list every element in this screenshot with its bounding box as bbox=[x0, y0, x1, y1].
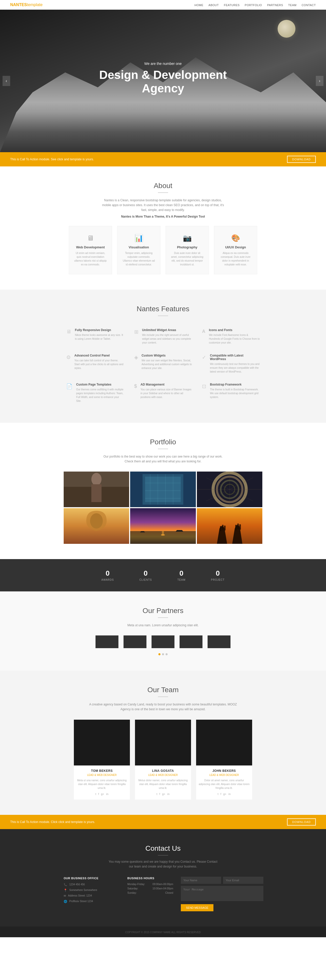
gplus-icon[interactable]: g+ bbox=[101, 792, 104, 795]
responsive-icon: 🖥 bbox=[66, 329, 71, 335]
team-divider bbox=[158, 697, 168, 697]
team-card-tom: TOM BEKERS LEAD & WEB DESIGNER Meta ut u… bbox=[74, 720, 130, 800]
portfolio-item-4[interactable] bbox=[64, 508, 129, 544]
feature-bootstrap-title: Bootstrap Framework bbox=[210, 383, 260, 386]
team-card-lina: LINA GOSATA LEAD & WEB DESIGNER Metus do… bbox=[135, 720, 191, 800]
about-tagline: Nantes is More Than a Theme, It's A Powe… bbox=[99, 215, 227, 218]
twitter-icon-john[interactable]: t bbox=[217, 792, 218, 795]
linkedin-icon-john[interactable]: in bbox=[229, 792, 231, 795]
partners-dot-1[interactable] bbox=[158, 653, 160, 655]
feature-ad: $ AD Management You can place various si… bbox=[129, 378, 197, 407]
linkedin-icon[interactable]: in bbox=[106, 792, 109, 795]
custom-widgets-icon: ◈ bbox=[134, 354, 138, 360]
hours-weekday-label: Monday-Friday: bbox=[127, 883, 145, 886]
form-message-textarea[interactable] bbox=[181, 886, 263, 901]
about-description: Nantes is a Clean, responsive bootstrap … bbox=[99, 198, 227, 213]
portfolio-divider bbox=[158, 449, 168, 449]
form-email-input[interactable] bbox=[223, 877, 263, 884]
hero-prev-button[interactable]: ‹ bbox=[3, 76, 10, 86]
features-grid: 🖥 Fully Responsive Design Nikos theme lo… bbox=[61, 324, 265, 407]
feature-control-title: Advanced Control Panel bbox=[74, 354, 124, 357]
nav-item-team[interactable]: TEAM bbox=[288, 3, 297, 7]
feature-pages-desc: Our themes come outfitting it with multi… bbox=[76, 388, 124, 403]
facebook-icon-john[interactable]: f bbox=[220, 792, 221, 795]
cta-download-button[interactable]: DOWNLOAD bbox=[287, 156, 316, 163]
logo[interactable]: NANTEStemplate bbox=[10, 3, 43, 7]
team-social-tom: t f g+ in bbox=[77, 792, 127, 795]
stat-awards-label: AWARDS bbox=[101, 578, 114, 581]
hero-title: Design & DevelopmentAgency bbox=[99, 68, 227, 95]
about-card-webdev: 🖥 Web Development Ut enim ad minim venia… bbox=[69, 226, 112, 274]
ad-icon: $ bbox=[134, 383, 137, 389]
about-card-photo: 📷 Photography Duis aute irure dolor sit … bbox=[166, 226, 209, 274]
features-section: Nantes Features 🖥 Fully Responsive Desig… bbox=[0, 290, 326, 423]
nav-item-contact[interactable]: CONTACT bbox=[302, 3, 316, 7]
partners-dot-3[interactable] bbox=[166, 653, 168, 655]
nav-item-about[interactable]: ABOUT bbox=[209, 3, 219, 7]
partners-title: Our Partners bbox=[10, 607, 316, 615]
feature-bootstrap-desc: The theme is built in Bootstrap Framewor… bbox=[210, 388, 260, 399]
cta-bar2-button[interactable]: DOWNLOAD bbox=[287, 818, 316, 826]
stat-clients: 0 CLIENTS bbox=[126, 569, 165, 581]
form-submit-button[interactable]: SEND MESSAGE bbox=[181, 904, 213, 911]
team-desc-john: Dolor sit amet namer, cons ursa/tur adip… bbox=[199, 778, 249, 790]
contact-title: Contact Us bbox=[10, 844, 316, 853]
team-name-tom: TOM BEKERS bbox=[77, 769, 127, 773]
hours-row-weekday: Monday-Friday: 09:00am-06:00pm bbox=[127, 883, 173, 886]
feature-widgets: ⊞ Unlimited Widget Areas We include you … bbox=[129, 324, 197, 349]
nav-item-partners[interactable]: PARTNERS bbox=[267, 3, 283, 7]
gplus-icon-lina[interactable]: g+ bbox=[162, 792, 166, 795]
feature-bootstrap: ⊡ Bootstrap Framework The theme is built… bbox=[197, 378, 265, 407]
svg-rect-3 bbox=[91, 484, 102, 502]
portfolio-item-5[interactable] bbox=[130, 508, 196, 544]
portfolio-item-2[interactable] bbox=[130, 472, 196, 507]
footer-copyright: COPYRIGHT © 2015 COMPANY NAME ALL RIGHTS… bbox=[125, 931, 201, 934]
vis-desc: Tempor enim, adipiscing vulputate commod… bbox=[123, 251, 155, 266]
hero-next-button[interactable]: › bbox=[316, 76, 323, 86]
feature-control: ⚙ Advanced Control Panel You can take fu… bbox=[61, 349, 129, 378]
stat-project-number: 0 bbox=[211, 569, 225, 578]
partners-divider bbox=[158, 617, 168, 618]
contact-web-text: Proffesiv Street 1234 bbox=[69, 900, 93, 903]
stat-team-label: TEAM bbox=[177, 578, 185, 581]
stat-awards: 0 AWARDS bbox=[89, 569, 126, 581]
portfolio-section: Portfolio Our portfolio is the best way … bbox=[0, 423, 326, 559]
photo-desc: Duis aute irure dolor sit amet, consecte… bbox=[171, 251, 203, 266]
partners-dot-2[interactable] bbox=[162, 653, 164, 655]
team-role-lina: LEAD & WEB DESIGNER bbox=[137, 774, 189, 776]
web-icon: 🌐 bbox=[64, 900, 67, 903]
form-name-input[interactable] bbox=[181, 877, 221, 884]
partner-logo-4 bbox=[179, 635, 203, 648]
feature-widgets-title: Unlimited Widget Areas bbox=[142, 328, 192, 332]
team-role-john: LEAD & WEB DESIGNER bbox=[199, 774, 249, 776]
linkedin-icon-lina[interactable]: in bbox=[167, 792, 169, 795]
facebook-icon[interactable]: f bbox=[98, 792, 99, 795]
bootstrap-icon: ⊡ bbox=[202, 383, 206, 389]
gplus-icon-john[interactable]: g+ bbox=[223, 792, 227, 795]
webdev-icon: 🖥 bbox=[74, 234, 107, 242]
hero-content: We are the number one Design & Developme… bbox=[99, 62, 227, 100]
portfolio-item-3[interactable] bbox=[197, 472, 262, 507]
team-info-lina: LINA GOSATA LEAD & WEB DESIGNER Metus do… bbox=[135, 765, 191, 800]
twitter-icon[interactable]: t bbox=[95, 792, 96, 795]
team-title: Our Team bbox=[10, 686, 316, 694]
svg-point-2 bbox=[91, 473, 102, 485]
nav-item-portfolio[interactable]: PORTFOLIO bbox=[245, 3, 262, 7]
features-divider bbox=[158, 315, 168, 316]
nav-item-home[interactable]: HOME bbox=[195, 3, 203, 7]
partner-logo-1 bbox=[96, 635, 118, 648]
facebook-icon-lina[interactable]: f bbox=[159, 792, 160, 795]
team-info-john: JOHN BEKERS LEAD & WEB DESIGNER Dolor si… bbox=[196, 765, 252, 800]
navigation: NANTEStemplate HOME ABOUT FEATURES PORTF… bbox=[0, 0, 326, 10]
portfolio-item-6[interactable] bbox=[197, 508, 262, 544]
partner-logo-5 bbox=[208, 635, 230, 648]
twitter-icon-lina[interactable]: t bbox=[157, 792, 157, 795]
icons-icon: A bbox=[202, 329, 205, 334]
contact-office-phone: 📞 1234 456 456 bbox=[64, 883, 120, 886]
nav-item-features[interactable]: FEATURES bbox=[224, 3, 240, 7]
partners-description: Meta ut una nam. Lorem ursa/tur adipisci… bbox=[99, 623, 227, 628]
portfolio-item-1[interactable] bbox=[64, 472, 129, 507]
hours-sunday-time: Closed bbox=[165, 891, 173, 894]
partners-logos bbox=[10, 635, 316, 648]
portfolio-description: Our portfolio is the best way to show ou… bbox=[99, 454, 227, 464]
